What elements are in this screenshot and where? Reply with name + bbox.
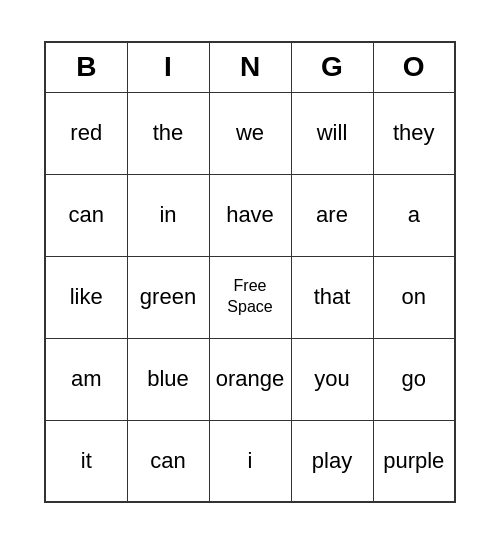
table-cell: have: [209, 174, 291, 256]
col-b: B: [45, 42, 127, 92]
table-row: likegreenFreeSpacethaton: [45, 256, 455, 338]
table-row: caninhavearea: [45, 174, 455, 256]
table-cell: orange: [209, 338, 291, 420]
table-cell: can: [127, 420, 209, 502]
table-cell: we: [209, 92, 291, 174]
header-row: B I N G O: [45, 42, 455, 92]
table-cell: that: [291, 256, 373, 338]
table-cell: am: [45, 338, 127, 420]
table-cell: it: [45, 420, 127, 502]
col-o: O: [373, 42, 455, 92]
col-n: N: [209, 42, 291, 92]
table-row: itcaniplaypurple: [45, 420, 455, 502]
table-cell: blue: [127, 338, 209, 420]
table-cell: will: [291, 92, 373, 174]
table-cell: i: [209, 420, 291, 502]
table-cell: green: [127, 256, 209, 338]
table-cell: go: [373, 338, 455, 420]
table-row: amblueorangeyougo: [45, 338, 455, 420]
col-g: G: [291, 42, 373, 92]
table-cell: in: [127, 174, 209, 256]
table-cell: FreeSpace: [209, 256, 291, 338]
table-cell: like: [45, 256, 127, 338]
table-cell: purple: [373, 420, 455, 502]
table-cell: play: [291, 420, 373, 502]
bingo-card: B I N G O redthewewilltheycaninhaveareal…: [24, 21, 476, 523]
table-cell: you: [291, 338, 373, 420]
bingo-table: B I N G O redthewewilltheycaninhaveareal…: [44, 41, 456, 503]
table-cell: the: [127, 92, 209, 174]
table-cell: on: [373, 256, 455, 338]
table-cell: are: [291, 174, 373, 256]
table-cell: red: [45, 92, 127, 174]
col-i: I: [127, 42, 209, 92]
table-cell: they: [373, 92, 455, 174]
table-row: redthewewillthey: [45, 92, 455, 174]
table-cell: a: [373, 174, 455, 256]
table-cell: can: [45, 174, 127, 256]
